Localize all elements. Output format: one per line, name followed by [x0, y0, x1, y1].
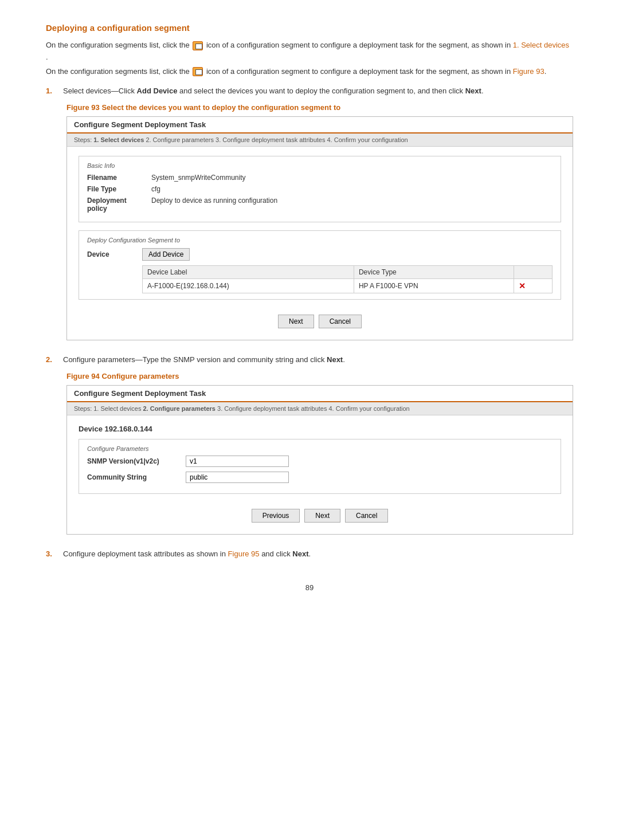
step-3-number: 3.: [46, 548, 56, 560]
active-step-2: 2. Configure parameters: [143, 405, 216, 412]
deploy-section: Deploy Configuration Segment to Device A…: [79, 230, 561, 300]
dialog-93-footer: Next Cancel: [79, 308, 561, 331]
filename-row: Filename System_snmpWriteCommunity: [87, 174, 553, 182]
device-label-cell: A-F1000-E(192.168.0.144): [143, 279, 354, 293]
device-label: Device: [87, 248, 133, 258]
figure-94-title: Figure 94 Configure parameters: [66, 372, 573, 380]
deployment-policy-value: Deploy to device as running configuratio…: [151, 197, 277, 213]
basic-info-section: Basic Info Filename System_snmpWriteComm…: [79, 156, 561, 222]
section-heading: Deploying a configuration segment: [46, 23, 573, 33]
next-button-94[interactable]: Next: [304, 509, 340, 523]
segment-config-icon: [193, 67, 203, 76]
table-header-row: Device Label Device Type: [143, 266, 553, 279]
dialog-93-body: Basic Info Filename System_snmpWriteComm…: [67, 147, 573, 340]
device-type-cell: HP A F1000-E VPN: [354, 279, 514, 293]
intro-paragraph: On the configuration segments list, clic…: [46, 40, 573, 64]
step-1: 1. Select devices—Click Add Device and s…: [46, 85, 573, 97]
page-number: 89: [46, 583, 573, 592]
col-actions: [514, 266, 553, 279]
figure-94-dialog: Configure Segment Deployment Task Steps:…: [66, 385, 573, 535]
filetype-label: File Type: [87, 185, 144, 193]
configure-params-section: Configure Parameters SNMP Version(v1|v2c…: [79, 439, 561, 494]
intro-text-1: On the configuration segments list, clic…: [46, 41, 190, 49]
dialog-93-steps: Steps: 1. Select devices 2. Configure pa…: [67, 134, 573, 147]
dialog-94-footer: Previous Next Cancel: [79, 502, 561, 525]
add-device-button[interactable]: Add Device: [142, 248, 190, 261]
dialog-94-steps: Steps: 1. Select devices 2. Configure pa…: [67, 402, 573, 415]
active-step-1: 1. Select devices: [93, 136, 144, 143]
step-3: 3. Configure deployment task attributes …: [46, 548, 573, 560]
snmp-version-label: SNMP Version(v1|v2c): [87, 457, 179, 465]
figure-93-dialog: Configure Segment Deployment Task Steps:…: [66, 116, 573, 340]
device-header-94: Device 192.168.0.144: [79, 425, 561, 433]
dialog-94-body: Device 192.168.0.144 Configure Parameter…: [67, 415, 573, 534]
intro-text-3: .: [46, 53, 48, 61]
community-string-label: Community String: [87, 473, 179, 481]
deployment-policy-label: Deploymentpolicy: [87, 197, 144, 213]
previous-button-94[interactable]: Previous: [252, 509, 300, 523]
figure93-link[interactable]: 1. Select devices: [513, 41, 569, 49]
basic-info-legend: Basic Info: [87, 162, 553, 169]
step-3-content: Configure deployment task attributes as …: [63, 548, 573, 560]
community-string-input[interactable]: [186, 472, 289, 483]
fig95-link[interactable]: Figure 95: [228, 549, 260, 558]
col-device-type: Device Type: [354, 266, 514, 279]
next-button-93[interactable]: Next: [278, 315, 314, 328]
remove-cell: ✕: [514, 279, 553, 293]
community-string-row: Community String: [87, 472, 553, 483]
cancel-button-93[interactable]: Cancel: [319, 315, 362, 328]
filetype-value: cfg: [151, 185, 160, 193]
remove-device-button[interactable]: ✕: [519, 281, 526, 291]
figure-93-title-text: Figure 93 Select the devices you want to…: [66, 103, 340, 112]
step-1-number: 1.: [46, 85, 56, 97]
dialog-94-title: Configure Segment Deployment Task: [74, 389, 206, 398]
snmp-version-input[interactable]: [186, 456, 289, 467]
deployment-policy-row: Deploymentpolicy Deploy to device as run…: [87, 197, 553, 213]
snmp-version-row: SNMP Version(v1|v2c): [87, 456, 553, 467]
step-2-number: 2.: [46, 354, 56, 366]
intro-text-2: icon of a configuration segment to confi…: [206, 41, 511, 49]
step-2-label: 2. Configure parameters 3. Configure dep…: [146, 136, 408, 143]
configure-params-label: Configure Parameters: [87, 445, 553, 452]
config-icon: [193, 41, 203, 50]
fig93-inline-link[interactable]: Figure 93: [513, 67, 544, 76]
figure-94-title-text: Figure 94 Configure parameters: [66, 372, 179, 380]
filename-label: Filename: [87, 174, 144, 182]
col-device-label: Device Label: [143, 266, 354, 279]
deploy-section-legend: Deploy Configuration Segment to: [87, 237, 553, 244]
intro-para: On the configuration segments list, clic…: [46, 66, 573, 78]
cancel-button-94[interactable]: Cancel: [345, 509, 388, 523]
step-1-content: Select devices—Click Add Device and sele…: [63, 85, 573, 97]
step-2-content: Configure parameters—Type the SNMP versi…: [63, 354, 573, 366]
dialog-93-header: Configure Segment Deployment Task: [67, 117, 573, 134]
dialog-94-header: Configure Segment Deployment Task: [67, 386, 573, 402]
step-2: 2. Configure parameters—Type the SNMP ve…: [46, 354, 573, 366]
filetype-row: File Type cfg: [87, 185, 553, 193]
filename-value: System_snmpWriteCommunity: [151, 174, 245, 182]
figure-93-title: Figure 93 Select the devices you want to…: [66, 103, 573, 112]
dialog-93-title: Configure Segment Deployment Task: [74, 120, 206, 129]
table-row: A-F1000-E(192.168.0.144) HP A F1000-E VP…: [143, 279, 553, 293]
device-table: Device Label Device Type A-F1000-E(192.1…: [142, 265, 553, 293]
